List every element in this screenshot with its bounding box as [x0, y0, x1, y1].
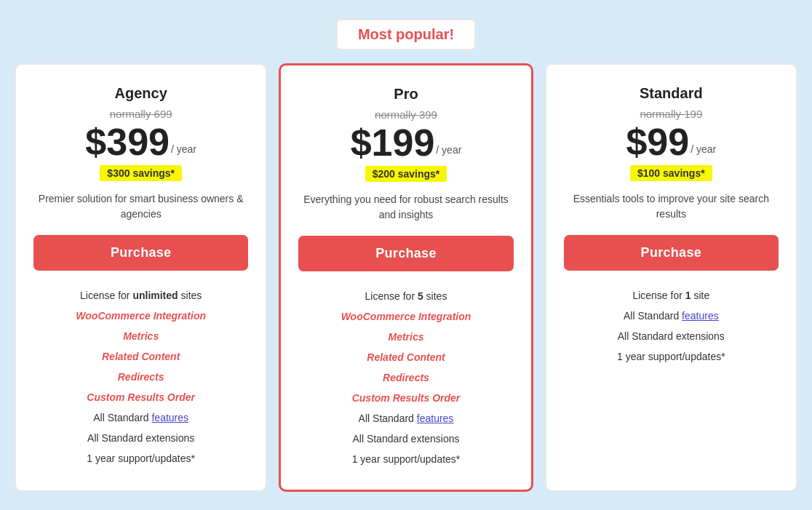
- purchase-button-standard[interactable]: Purchase: [564, 235, 779, 271]
- feature-item: All Standard features: [298, 408, 513, 429]
- feature-item: All Standard extensions: [33, 428, 248, 448]
- price-row-agency: $399/ year: [85, 123, 196, 161]
- feature-item: All Standard extensions: [564, 326, 779, 346]
- plan-card-pro: Pronormally 399$199/ year$200 savings*Ev…: [279, 63, 533, 492]
- feature-item: Related Content: [33, 346, 248, 367]
- original-price-standard: normally 199: [640, 108, 702, 120]
- plan-name-standard: Standard: [640, 85, 703, 102]
- original-price-agency: normally 699: [110, 108, 172, 120]
- feature-item: Custom Results Order: [298, 388, 513, 408]
- purchase-button-pro[interactable]: Purchase: [298, 236, 513, 271]
- price-row-standard: $99/ year: [626, 123, 716, 161]
- feature-item: 1 year support/updates*: [33, 448, 248, 469]
- feature-item: Metrics: [33, 326, 248, 346]
- feature-item: Metrics: [298, 327, 513, 347]
- plan-description-pro: Everything you need for robust search re…: [298, 192, 513, 223]
- feature-item: 1 year support/updates*: [564, 346, 779, 367]
- features-link-standard[interactable]: features: [682, 310, 719, 322]
- feature-item: License for unlimited sites: [33, 285, 248, 306]
- price-standard: $99: [626, 123, 689, 161]
- plan-card-standard: Standardnormally 199$99/ year$100 saving…: [545, 63, 797, 492]
- price-period-pro: / year: [436, 144, 461, 156]
- price-period-standard: / year: [690, 143, 716, 155]
- feature-item: WooCommerce Integration: [33, 306, 248, 326]
- price-agency: $399: [85, 123, 170, 161]
- feature-item: License for 5 sites: [298, 286, 513, 306]
- feature-list-pro: License for 5 sitesWooCommerce Integrati…: [298, 286, 513, 469]
- feature-item: All Standard features: [564, 306, 779, 326]
- feature-item: License for 1 site: [564, 285, 779, 306]
- feature-list-standard: License for 1 siteAll Standard featuresA…: [564, 285, 779, 367]
- original-price-pro: normally 399: [375, 108, 437, 121]
- feature-item: Redirects: [33, 367, 248, 387]
- plan-name-agency: Agency: [115, 85, 167, 102]
- feature-item: Related Content: [298, 347, 513, 367]
- feature-item: WooCommerce Integration: [298, 306, 513, 327]
- feature-item: Redirects: [298, 367, 513, 388]
- feature-item: All Standard extensions: [298, 429, 513, 449]
- purchase-button-agency[interactable]: Purchase: [33, 235, 248, 271]
- feature-list-agency: License for unlimited sitesWooCommerce I…: [33, 285, 248, 469]
- savings-badge-standard: $100 savings*: [630, 165, 712, 181]
- price-pro: $199: [351, 124, 435, 162]
- features-link-agency[interactable]: features: [151, 412, 188, 423]
- feature-item: Custom Results Order: [33, 387, 248, 407]
- price-row-pro: $199/ year: [351, 124, 462, 162]
- plan-name-pro: Pro: [394, 86, 418, 103]
- feature-item: 1 year support/updates*: [298, 449, 513, 469]
- plan-card-agency: Agencynormally 699$399/ year$300 savings…: [15, 63, 267, 492]
- feature-item: All Standard features: [33, 407, 248, 428]
- savings-badge-agency: $300 savings*: [100, 165, 182, 181]
- features-link-pro[interactable]: features: [417, 413, 454, 424]
- plans-container: Agencynormally 699$399/ year$300 savings…: [15, 63, 797, 492]
- most-popular-badge: Most popular!: [336, 19, 476, 50]
- savings-badge-pro: $200 savings*: [365, 166, 447, 182]
- plan-description-agency: Premier solution for smart business owne…: [33, 191, 248, 222]
- price-period-agency: / year: [171, 143, 196, 155]
- plan-description-standard: Essentials tools to improve your site se…: [564, 191, 779, 222]
